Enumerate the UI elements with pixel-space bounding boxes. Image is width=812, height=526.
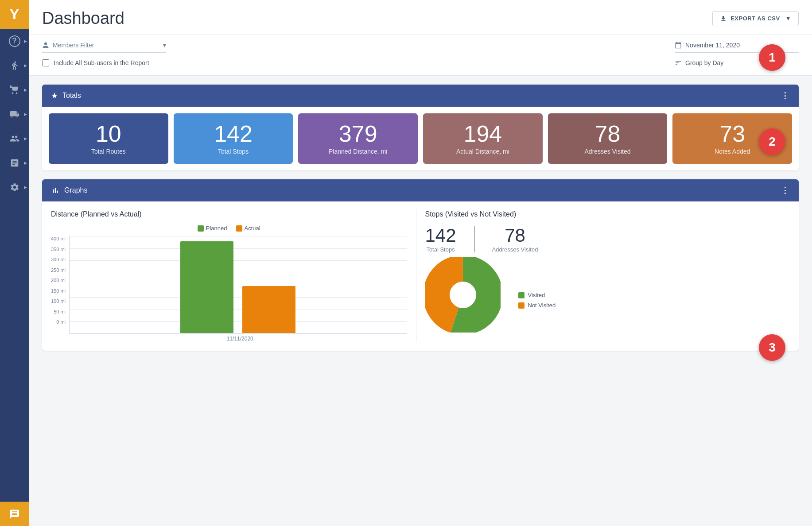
total-number: 142 [214, 122, 253, 145]
dropdown-arrow-icon: ▼ [785, 15, 791, 22]
totals-grid: 10 Total Routes 142 Total Stops 379 Plan… [42, 107, 799, 170]
total-label: Adresses Visited [585, 148, 631, 155]
chevron-icon: ▶ [24, 39, 27, 43]
bars-container [69, 236, 407, 333]
addresses-visited-number: 78 [492, 225, 538, 246]
date-value: November 11, 2020 [685, 42, 740, 49]
sidebar-item-settings[interactable]: ▶ [0, 175, 29, 199]
step-badge-3: 3 [759, 334, 785, 361]
totals-header: ★ Totals ⋮ [42, 85, 799, 107]
total-card-adresses-visited: 78 Adresses Visited [548, 113, 668, 164]
x-axis-label: 11/11/2020 [51, 336, 407, 342]
include-subusers-checkbox[interactable]: Include All Sub-users in the Report [42, 59, 166, 66]
visited-label: Visited [528, 292, 545, 298]
sidebar-item-drivers[interactable]: ▶ [0, 126, 29, 151]
chat-button[interactable] [0, 502, 29, 526]
distance-chart-legend: Planned Actual [51, 225, 407, 232]
sidebar-item-dispatch[interactable]: ▶ [0, 102, 29, 126]
members-filter-label: Members Filter [53, 42, 94, 49]
group-by-label: Group by Day [685, 59, 723, 66]
settings-icon [10, 182, 19, 192]
bar-chart: 400 mi 350 mi 300 mi 250 mi 200 mi 150 m… [51, 236, 407, 333]
graphs-grid: Distance (Planned vs Actual) Planned Act… [42, 201, 799, 351]
logo[interactable]: Y [0, 0, 29, 29]
distance-chart-title: Distance (Planned vs Actual) [51, 210, 407, 218]
page-title: Dashboard [42, 9, 124, 28]
routes-icon [10, 61, 19, 70]
filters-bar: Members Filter ▾ Include All Sub-users i… [29, 35, 812, 76]
total-number: 379 [339, 122, 377, 145]
chevron-icon: ▶ [24, 88, 27, 92]
chevron-icon: ▶ [24, 161, 27, 165]
total-label: Planned Distance, mi [329, 148, 387, 155]
pie-chart-area: Visited Not Visited [425, 257, 781, 334]
main-content: Dashboard EXPORT AS CSV ▼ Members Filter… [29, 0, 812, 526]
dashboard-content: ★ Totals ⋮ 10 Total Routes 142 Total Sto… [29, 76, 812, 368]
planned-color [198, 225, 204, 232]
group-icon [675, 59, 682, 66]
total-number: 194 [463, 122, 502, 145]
graphs-section: Graphs ⋮ Distance (Planned vs Actual) Pl… [42, 179, 799, 351]
stats-divider [474, 226, 474, 252]
distance-chart-panel: Distance (Planned vs Actual) Planned Act… [51, 210, 416, 342]
pie-legend: Visited Not Visited [518, 292, 556, 309]
pie-chart [425, 257, 501, 334]
total-card-planned-distance,-mi: 379 Planned Distance, mi [298, 113, 418, 164]
export-csv-button[interactable]: EXPORT AS CSV ▼ [712, 11, 799, 26]
sidebar-item-help[interactable]: ? ▶ [0, 29, 29, 53]
chat-icon [9, 509, 20, 519]
total-stops-stat: 142 Total Stops [425, 225, 470, 253]
step-badge-2: 2 [759, 128, 785, 155]
help-icon: ? [9, 35, 20, 47]
page-header: Dashboard EXPORT AS CSV ▼ [29, 0, 812, 35]
y-axis: 400 mi 350 mi 300 mi 250 mi 200 mi 150 m… [51, 236, 69, 325]
totals-title: ★ Totals [51, 91, 81, 101]
sidebar-item-orders[interactable]: ▶ [0, 77, 29, 102]
addresses-visited-stat: 78 Addresses Visited [479, 225, 552, 253]
chevron-icon: ▶ [24, 112, 27, 116]
not-visited-legend: Not Visited [518, 302, 556, 309]
totals-section: ★ Totals ⋮ 10 Total Routes 142 Total Sto… [42, 85, 799, 170]
download-icon [720, 15, 727, 22]
chart-area [69, 236, 407, 333]
planned-label: Planned [206, 225, 227, 232]
subusers-checkbox-input[interactable] [42, 59, 49, 66]
graphs-header: Graphs ⋮ [42, 179, 799, 201]
total-number: 78 [595, 122, 621, 145]
chevron-icon: ▶ [24, 63, 27, 68]
analytics-icon [10, 158, 19, 168]
sidebar-item-routes[interactable]: ▶ [0, 53, 29, 77]
visited-color [518, 292, 524, 298]
stops-stats-row: 142 Total Stops 78 Addresses Visited [425, 225, 781, 253]
total-number: 73 [719, 122, 745, 145]
calendar-icon [675, 42, 682, 49]
orders-icon [10, 85, 19, 95]
dropdown-arrow-icon: ▾ [163, 42, 166, 49]
planned-legend: Planned [198, 225, 227, 232]
graphs-title: Graphs [51, 186, 87, 195]
sidebar: Y ? ▶ ▶ ▶ ▶ ▶ ▶ ▶ [0, 0, 29, 526]
filter-left: Members Filter ▾ Include All Sub-users i… [42, 42, 166, 66]
stops-chart-panel: Stops (Visited vs Not Visited) 142 Total… [416, 210, 790, 342]
planned-bar [180, 241, 233, 333]
visited-legend: Visited [518, 292, 556, 298]
total-card-actual-distance,-mi: 194 Actual Distance, mi [423, 113, 543, 164]
total-stops-label: Total Stops [425, 246, 456, 253]
stops-chart-title: Stops (Visited vs Not Visited) [425, 210, 781, 218]
totals-menu-button[interactable]: ⋮ [781, 91, 790, 101]
logo-icon: Y [10, 6, 19, 23]
total-number: 10 [96, 122, 121, 145]
members-filter[interactable]: Members Filter ▾ [42, 42, 166, 53]
sidebar-item-analytics[interactable]: ▶ [0, 151, 29, 175]
dispatch-icon [10, 109, 19, 119]
actual-color [236, 225, 242, 232]
chevron-icon: ▶ [24, 136, 27, 141]
star-icon: ★ [51, 91, 58, 101]
chevron-icon: ▶ [24, 185, 27, 190]
actual-bar [242, 286, 295, 333]
total-card-total-routes: 10 Total Routes [49, 113, 168, 164]
drivers-icon [10, 134, 19, 143]
graphs-menu-button[interactable]: ⋮ [781, 186, 790, 195]
not-visited-color [518, 302, 524, 309]
not-visited-label: Not Visited [528, 302, 556, 309]
